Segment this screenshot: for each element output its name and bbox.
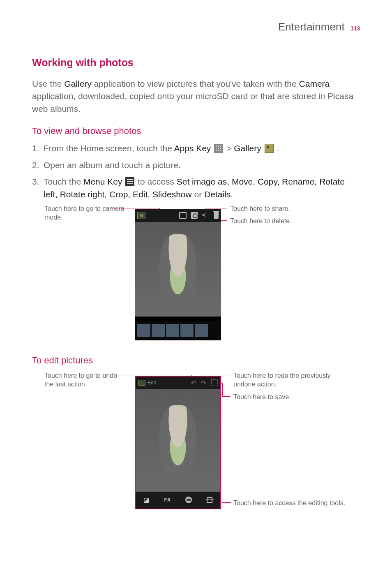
apps-key-icon xyxy=(214,144,223,153)
trash-icon[interactable] xyxy=(214,212,219,219)
callout-delete: Touch here to delete. xyxy=(230,217,312,226)
menu-key-icon xyxy=(125,177,134,186)
edit-photo-area[interactable] xyxy=(136,389,220,492)
leader-line xyxy=(113,375,191,375)
callout-tools: Touch here to access the editing tools. xyxy=(233,499,357,508)
step-3: 3. Touch the Menu Key to access Set imag… xyxy=(32,176,360,201)
leader-line xyxy=(222,502,231,503)
edit-lens-icon xyxy=(138,380,145,386)
phone-screenshot-viewer: < xyxy=(135,209,221,340)
color-tool-icon[interactable] xyxy=(184,496,193,504)
leader-line xyxy=(205,375,230,375)
gallery-icon xyxy=(265,144,274,153)
viewer-topbar: < xyxy=(135,209,221,222)
edit-title: Edit xyxy=(138,380,156,386)
leader-line xyxy=(110,208,159,208)
callout-redo: Touch here to redo the previously undone… xyxy=(233,372,340,389)
gallery-term: Gallery xyxy=(64,79,92,88)
section-title: Entertainment xyxy=(278,21,345,33)
page-header: Entertainment 113 xyxy=(32,21,360,36)
thumbnail[interactable] xyxy=(152,324,165,337)
crop-tool-icon[interactable] xyxy=(205,496,214,504)
phone-screenshot-editor: Edit ↶ ↷ ◪ FX xyxy=(135,376,221,509)
steps-list: 1. From the Home screen, touch the Apps … xyxy=(32,142,360,201)
editor-topbar: Edit ↶ ↷ xyxy=(136,377,220,389)
figure-photo-editor: Touch here to go to undo the last action… xyxy=(32,372,360,520)
editor-toolbar: ◪ FX xyxy=(136,492,220,508)
callout-undo: Touch here to go to undo the last action… xyxy=(44,372,127,389)
photo-placeholder xyxy=(159,234,196,304)
thumbnail-row xyxy=(135,321,221,340)
undo-icon[interactable]: ↶ xyxy=(191,379,196,387)
thumbnail[interactable] xyxy=(137,324,150,337)
thumbnail[interactable] xyxy=(195,324,208,337)
camera-mode-icon[interactable] xyxy=(137,212,146,219)
leader-line xyxy=(222,396,231,397)
photo-area[interactable] xyxy=(135,222,221,317)
redo-icon[interactable]: ↷ xyxy=(201,379,206,387)
camera-icon[interactable] xyxy=(191,212,198,219)
fx-tool-icon[interactable]: FX xyxy=(163,496,171,504)
page-number: 113 xyxy=(350,25,360,32)
share-icon[interactable]: < xyxy=(202,212,210,219)
camera-term: Camera xyxy=(299,79,330,88)
photo-placeholder xyxy=(159,405,196,475)
callout-save: Touch here to save. xyxy=(233,393,324,402)
heading-view-browse: To view and browse photos xyxy=(32,126,360,136)
figure-photo-viewer: Touch here to go to camera mode. Touch h… xyxy=(32,205,360,344)
thumbnail[interactable] xyxy=(180,324,194,337)
leader-line xyxy=(205,208,227,208)
step-1: 1. From the Home screen, touch the Apps … xyxy=(32,142,360,155)
adjust-tool-icon[interactable]: ◪ xyxy=(142,496,150,504)
leader-line xyxy=(222,383,223,397)
heading-edit-pictures: To edit pictures xyxy=(32,355,360,366)
thumbnail[interactable] xyxy=(166,324,179,337)
step-2: 2. Open an album and touch a picture. xyxy=(32,159,360,171)
frame-icon[interactable] xyxy=(179,212,187,219)
save-icon[interactable] xyxy=(211,379,218,386)
callout-camera-mode: Touch here to go to camera mode. xyxy=(44,205,127,222)
heading-working-with-photos: Working with photos xyxy=(32,57,360,69)
intro-paragraph: Use the Gallery application to view pict… xyxy=(32,78,360,115)
callout-share: Touch here to share. xyxy=(230,205,312,213)
